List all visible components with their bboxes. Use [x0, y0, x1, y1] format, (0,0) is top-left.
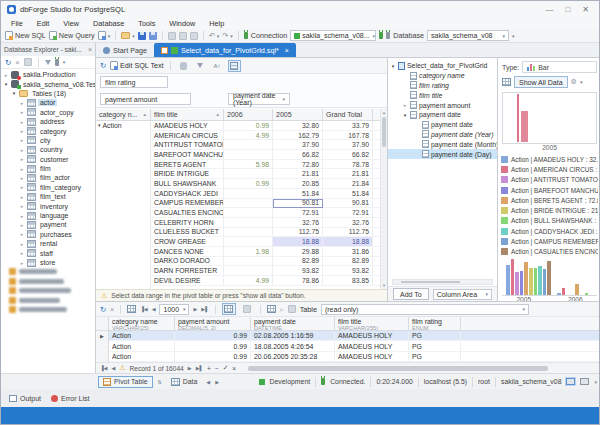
- pivot-total-cell[interactable]: 167.78: [323, 131, 373, 141]
- pivot-film-cell[interactable]: ANTITRUST TOMATOES: [151, 140, 224, 150]
- status-more-icon[interactable]: ▾: [594, 379, 597, 385]
- tree-table-country[interactable]: ▸country: [1, 145, 95, 154]
- grid-cell[interactable]: Action: [109, 352, 175, 362]
- field-item[interactable]: category name: [388, 71, 497, 81]
- grid-cell[interactable]: 0.99: [175, 352, 251, 362]
- grid-cell[interactable]: PG: [409, 331, 461, 341]
- pivot-2006-cell[interactable]: [224, 150, 273, 160]
- refresh-icon[interactable]: ↻: [5, 58, 11, 67]
- pivot-film-cell[interactable]: DARKO DORADO: [151, 257, 224, 267]
- field-item[interactable]: payment date (Year): [388, 130, 497, 140]
- column-field-chip[interactable]: payment date (Year)▾: [228, 93, 290, 105]
- menu-tools[interactable]: Tools: [131, 19, 162, 28]
- pivot-2006-cell[interactable]: 0.99: [224, 121, 273, 131]
- pivot-vertical-scrollbar[interactable]: ▲▼: [380, 109, 387, 289]
- menu-window[interactable]: Window: [162, 19, 202, 28]
- pivot-2005-cell[interactable]: 29.88: [273, 247, 323, 257]
- pivot-2006-cell[interactable]: [224, 237, 273, 247]
- column-header-payment-date[interactable]: payment dateDATETIME: [251, 317, 335, 330]
- pivot-film-cell[interactable]: BRIDE INTRIGUE: [151, 169, 224, 179]
- tree-table-language[interactable]: ▸language: [1, 211, 95, 220]
- pivot-2006-cell[interactable]: [224, 140, 273, 150]
- layout-icon-selected[interactable]: [566, 378, 575, 385]
- pivot-2006-cell[interactable]: [224, 257, 273, 267]
- filter-icon[interactable]: [45, 60, 51, 65]
- prev-page-icon[interactable]: ◀: [152, 306, 156, 312]
- pivot-2005-cell[interactable]: 112.75: [273, 228, 323, 238]
- post-edit-icon[interactable]: ✓: [223, 364, 229, 372]
- close-button[interactable]: ✕: [582, 5, 589, 14]
- pivot-film-cell[interactable]: CAMPUS REMEMBER: [151, 199, 224, 209]
- tree-table-film_text[interactable]: ▸film_text: [1, 192, 95, 201]
- tree-table-city[interactable]: ▸city: [1, 136, 95, 145]
- pivot-total-cell[interactable]: 66.82: [323, 150, 373, 160]
- record-prev-icon[interactable]: ◀: [111, 365, 115, 371]
- grid-cell[interactable]: 20.06.2005 20:35:28: [251, 352, 335, 362]
- column-header-category-name[interactable]: category nameVARCHAR(25): [109, 317, 175, 330]
- pivot-2005-cell[interactable]: 32.76: [273, 218, 323, 228]
- pivot-2005-cell[interactable]: 93.82: [273, 266, 323, 276]
- grid-cell[interactable]: 0.99: [175, 331, 251, 341]
- grid-cell[interactable]: 0.99: [175, 341, 251, 351]
- grid-options-icon[interactable]: [127, 305, 136, 313]
- append-record-icon[interactable]: +: [207, 365, 211, 372]
- save-button[interactable]: [138, 32, 146, 40]
- tree-table-payment[interactable]: ▸payment: [1, 220, 95, 229]
- next-page-icon[interactable]: ▶: [193, 306, 197, 312]
- pivot-total-cell[interactable]: 37.90: [323, 140, 373, 150]
- record-last-icon[interactable]: ▶▌: [196, 365, 203, 371]
- field-item[interactable]: payment date (Month): [388, 139, 497, 149]
- toolbar-overflow-icon[interactable]: ▾: [512, 33, 515, 39]
- tree-table-film_actor[interactable]: ▸film_actor: [1, 173, 95, 182]
- output-tab[interactable]: Output: [9, 395, 41, 402]
- grid-cell[interactable]: Action: [109, 331, 175, 341]
- pivot-film-cell[interactable]: BULL SHAWSHANK: [151, 179, 224, 189]
- pivot-group-cell[interactable]: ▾Action: [96, 121, 151, 289]
- tree-table-actor[interactable]: ▸actor: [1, 98, 95, 107]
- cancel-edit-icon[interactable]: ×: [232, 365, 236, 372]
- save-all-button[interactable]: [149, 32, 157, 40]
- pivot-total-cell[interactable]: 51.84: [323, 189, 373, 199]
- pivot-total-cell[interactable]: 112.75: [323, 228, 373, 238]
- page-size-select[interactable]: 1000▾: [159, 304, 189, 315]
- field-item[interactable]: ▾payment date: [388, 110, 497, 120]
- connect-icon[interactable]: [379, 32, 383, 39]
- pivot-total-cell[interactable]: 21.84: [323, 179, 373, 189]
- table-mode-select[interactable]: (read only)▾: [321, 304, 529, 315]
- column-header-payment-amount[interactable]: payment amountDECIMAL(5, 2): [175, 317, 251, 330]
- column-header-film-title[interactable]: film titleVARCHAR(255): [335, 317, 409, 330]
- pivot-total-cell[interactable]: 72.91: [323, 208, 373, 218]
- layout-icon[interactable]: [580, 378, 589, 385]
- field-item[interactable]: ▸payment amount: [388, 100, 497, 110]
- row-header-category[interactable]: category n...▲: [96, 109, 151, 120]
- tree-table-inventory[interactable]: ▸inventory: [1, 201, 95, 210]
- first-page-icon[interactable]: ▐◀: [140, 306, 147, 312]
- menu-database[interactable]: Database: [86, 19, 131, 28]
- tree-table-actor_copy[interactable]: ▸actor_copy: [1, 108, 95, 117]
- pivot-2005-cell[interactable]: 20.85: [273, 179, 323, 189]
- field-root[interactable]: ▾Select_data_for_PivotGrid: [388, 61, 497, 71]
- menu-view[interactable]: View: [56, 19, 86, 28]
- tree-table-film[interactable]: ▸film: [1, 164, 95, 173]
- database-select[interactable]: sakila_schema_v08▾: [427, 30, 509, 41]
- filter-field-chip[interactable]: film rating: [100, 76, 168, 88]
- pivot-2005-cell[interactable]: 37.90: [273, 140, 323, 150]
- pivot-film-cell[interactable]: CASUALTIES ENCINO: [151, 208, 224, 218]
- menu-file[interactable]: File: [4, 19, 30, 28]
- pivot-2006-cell[interactable]: [224, 208, 273, 218]
- grid-row[interactable]: Action0.9918.08.2005 4:26:54AMADEUS HOLY…: [96, 341, 600, 351]
- pivot-2005-cell[interactable]: 32.80: [273, 121, 323, 131]
- pivot-film-cell[interactable]: AMADEUS HOLY: [151, 121, 224, 131]
- pivot-2005-cell[interactable]: 66.82: [273, 150, 323, 160]
- pivot-2005-cell[interactable]: 72.80: [273, 160, 323, 170]
- pivot-film-cell[interactable]: BAREFOOT MANCHURIAN: [151, 150, 224, 160]
- explorer-close-icon[interactable]: ×: [88, 46, 92, 53]
- pivot-2005-cell[interactable]: 18.88: [273, 237, 323, 247]
- field-list-toggle[interactable]: [228, 60, 241, 72]
- maximize-button[interactable]: □: [565, 5, 570, 14]
- pivot-total-cell[interactable]: 18.88: [323, 237, 373, 247]
- card-view-toggle[interactable]: [240, 303, 254, 315]
- record-first-icon[interactable]: ▐◀: [100, 365, 107, 371]
- pivot-2005-cell[interactable]: 90.81: [273, 199, 323, 209]
- grid-cell[interactable]: AMADEUS HOLY: [335, 341, 409, 351]
